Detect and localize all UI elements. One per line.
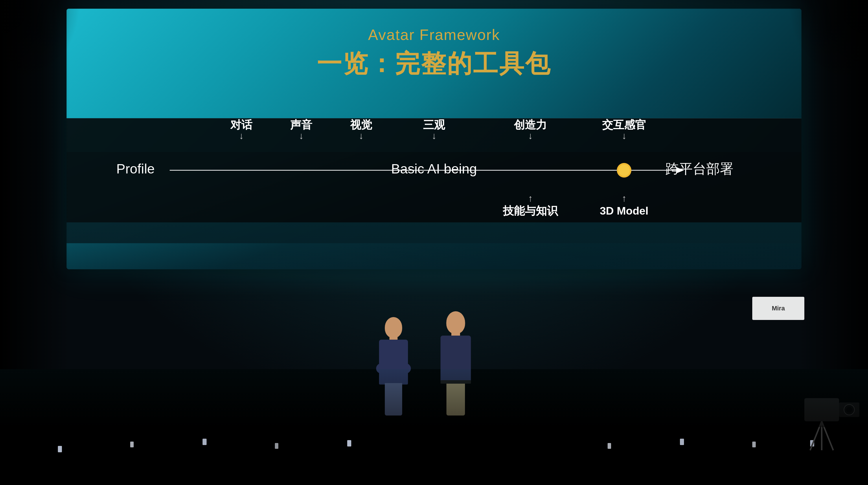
phone-light-5 xyxy=(347,440,351,447)
info-card: Mira xyxy=(752,297,804,320)
arrow-chuangzaoli: ↓ xyxy=(528,131,533,141)
slide-title-english: Avatar Framework xyxy=(66,26,802,44)
presentation-screen: Avatar Framework 一览：完整的工具包 对话 ↓ 声音 ↓ 视觉 … xyxy=(66,9,802,269)
person-right-head xyxy=(446,311,465,334)
label-cross-platform: 跨平台部署 xyxy=(665,161,734,176)
label-profile: Profile xyxy=(116,161,155,176)
timeline-node-inner xyxy=(618,165,630,176)
label-duihua: 对话 xyxy=(230,119,253,131)
info-card-text: Mira xyxy=(772,305,785,312)
person-left-head xyxy=(385,317,402,338)
label-3dmodel: 3D Model xyxy=(600,205,648,217)
slide-title-chinese: 一览：完整的工具包 xyxy=(66,47,802,81)
stage-area xyxy=(0,346,868,485)
arrow-duihua: ↓ xyxy=(239,131,244,141)
phone-light-7 xyxy=(680,439,684,445)
arrow-jiaohu: ↓ xyxy=(622,131,626,141)
label-basic-ai-being: Basic AI being xyxy=(391,161,477,176)
label-chuangzaoli: 创造力 xyxy=(514,119,547,131)
arrow-shengyin: ↓ xyxy=(299,131,304,141)
presentation-scene: Avatar Framework 一览：完整的工具包 对话 ↓ 声音 ↓ 视觉 … xyxy=(0,0,868,485)
label-jineng: 技能与知识 xyxy=(503,205,558,217)
corner-dark-left xyxy=(0,0,81,93)
arrow-shijue: ↓ xyxy=(359,131,363,141)
arrow-up-3dmodel: ↑ xyxy=(622,193,626,204)
label-shengyin: 声音 xyxy=(290,118,312,131)
label-sanguan: 三观 xyxy=(423,119,445,131)
slide-title-area: Avatar Framework 一览：完整的工具包 xyxy=(66,26,802,81)
framework-diagram: 对话 ↓ 声音 ↓ 视觉 ↓ 三观 ↓ 创造力 ↓ 交互感官 ↓ Profile xyxy=(103,108,765,249)
audience-glow xyxy=(0,369,868,427)
arrow-sanguan: ↓ xyxy=(432,131,436,141)
phone-light-3 xyxy=(203,439,207,445)
phone-light-6 xyxy=(608,443,611,449)
phone-light-1 xyxy=(58,446,62,452)
arrow-up-jinen: ↑ xyxy=(528,193,533,204)
phone-light-4 xyxy=(275,443,278,449)
label-jiaohu: 交互感官 xyxy=(602,118,646,131)
corner-dark-right xyxy=(787,0,868,93)
phone-light-2 xyxy=(130,441,134,447)
phone-light-8 xyxy=(752,441,756,447)
label-shijue: 视觉 xyxy=(350,119,372,131)
